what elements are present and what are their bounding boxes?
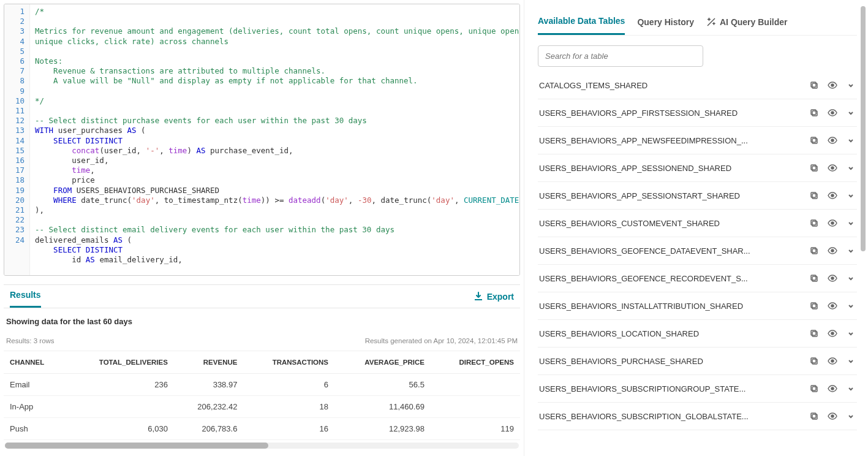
table-body: Email236338.97656.5In-App206,232.421811,… (4, 374, 520, 440)
vertical-scrollbar[interactable] (861, 6, 866, 251)
results-generated-time: Results generated on Apr 10, 2024, 12:01… (365, 337, 518, 344)
eye-icon[interactable] (828, 80, 837, 90)
horizontal-scrollbar[interactable] (5, 443, 519, 449)
eye-icon[interactable] (828, 411, 837, 421)
copy-icon[interactable] (809, 384, 819, 393)
data-table-row[interactable]: USERS_BEHAVIORS_SUBSCRIPTIONGROUP_STATE.… (538, 375, 857, 403)
column-header[interactable]: AVERAGE_PRICE (334, 351, 431, 374)
eye-icon[interactable] (828, 163, 837, 173)
chevron-down-icon[interactable] (846, 135, 856, 145)
chevron-down-icon[interactable] (846, 218, 856, 228)
eye-icon[interactable] (828, 108, 837, 118)
table-cell (431, 374, 520, 396)
svg-rect-27 (812, 332, 817, 336)
copy-icon[interactable] (809, 108, 819, 118)
sql-editor[interactable]: 123456789101112131415161718192021222324 … (4, 4, 520, 276)
column-header[interactable]: DIRECT_OPENS (431, 351, 520, 374)
eye-icon[interactable] (828, 356, 837, 366)
data-table-name: USERS_BEHAVIORS_INSTALLATTRIBUTION_SHARE… (539, 302, 809, 311)
copy-icon[interactable] (809, 191, 819, 200)
copy-icon[interactable] (809, 163, 819, 173)
data-table-row[interactable]: CATALOGS_ITEMS_SHARED (538, 72, 857, 99)
data-table-row[interactable]: USERS_BEHAVIORS_APP_SESSIONSTART_SHARED (538, 182, 857, 210)
tab-ai-label: AI Query Builder (720, 17, 787, 27)
table-cell: 338.97 (174, 374, 244, 396)
copy-icon[interactable] (809, 246, 819, 256)
chevron-down-icon[interactable] (846, 356, 856, 366)
svg-rect-31 (811, 358, 816, 363)
results-row-count: Results: 3 rows (6, 337, 55, 344)
svg-rect-22 (811, 275, 816, 280)
table-cell: 206,783.6 (174, 418, 244, 440)
export-button[interactable]: Export (474, 292, 514, 306)
column-header[interactable]: TRANSACTIONS (243, 351, 334, 374)
data-table-row[interactable]: USERS_BEHAVIORS_APP_NEWSFEEDIMPRESSION_.… (538, 127, 857, 154)
chevron-down-icon[interactable] (846, 246, 856, 256)
chevron-down-icon[interactable] (846, 80, 856, 90)
table-list: CATALOGS_ITEMS_SHAREDUSERS_BEHAVIORS_APP… (538, 72, 857, 430)
chevron-down-icon[interactable] (846, 108, 856, 118)
table-row[interactable]: In-App206,232.421811,460.69 (4, 396, 520, 418)
data-table-row[interactable]: USERS_BEHAVIORS_GEOFENCE_RECORDEVENT_S..… (538, 265, 857, 292)
data-table-row[interactable]: USERS_BEHAVIORS_APP_FIRSTSESSION_SHARED (538, 99, 857, 127)
eye-icon[interactable] (828, 135, 837, 145)
svg-rect-28 (811, 330, 816, 335)
copy-icon[interactable] (809, 329, 819, 338)
eye-icon[interactable] (828, 273, 837, 283)
column-header[interactable]: TOTAL_DELIVERIES (66, 351, 174, 374)
chevron-down-icon[interactable] (846, 191, 856, 200)
left-pane: 123456789101112131415161718192021222324 … (0, 0, 524, 456)
data-table-name: USERS_BEHAVIORS_CUSTOMEVENT_SHARED (539, 219, 809, 228)
copy-icon[interactable] (809, 356, 819, 366)
data-table-actions (809, 384, 856, 393)
search-input[interactable] (538, 45, 703, 67)
horizontal-scrollbar-thumb[interactable] (5, 443, 268, 449)
data-table-actions (809, 301, 856, 311)
table-cell: In-App (4, 396, 66, 418)
eye-icon[interactable] (828, 301, 837, 311)
data-table-actions (809, 356, 856, 366)
column-header[interactable]: REVENUE (174, 351, 244, 374)
eye-icon[interactable] (828, 218, 837, 228)
chevron-down-icon[interactable] (846, 411, 856, 421)
data-table-row[interactable]: USERS_BEHAVIORS_APP_SESSIONEND_SHARED (538, 154, 857, 182)
data-table-row[interactable]: USERS_BEHAVIORS_GEOFENCE_DATAEVENT_SHAR.… (538, 237, 857, 265)
data-table-row[interactable]: USERS_BEHAVIORS_PURCHASE_SHARED (538, 348, 857, 375)
copy-icon[interactable] (809, 80, 819, 90)
results-meta: Results: 3 rows Results generated on Apr… (4, 333, 520, 351)
svg-rect-4 (811, 110, 816, 115)
data-table-actions (809, 246, 856, 256)
chevron-down-icon[interactable] (846, 163, 856, 173)
eye-icon[interactable] (828, 191, 837, 200)
chevron-down-icon[interactable] (846, 301, 856, 311)
tab-query-history[interactable]: Query History (637, 17, 694, 34)
table-row[interactable]: Push6,030206,783.61612,923.98119 (4, 418, 520, 440)
svg-rect-21 (812, 276, 817, 281)
tab-results[interactable]: Results (10, 290, 41, 308)
table-cell: 119 (431, 418, 520, 440)
column-header[interactable]: CHANNEL (4, 351, 66, 374)
copy-icon[interactable] (809, 301, 819, 311)
copy-icon[interactable] (809, 218, 819, 228)
chevron-down-icon[interactable] (846, 329, 856, 338)
svg-point-32 (831, 360, 834, 362)
data-table-row[interactable]: USERS_BEHAVIORS_SUBSCRIPTION_GLOBALSTATE… (538, 403, 857, 430)
chevron-down-icon[interactable] (846, 384, 856, 393)
tab-ai-query-builder[interactable]: AI Query Builder (706, 17, 787, 34)
table-row[interactable]: Email236338.97656.5 (4, 374, 520, 396)
eye-icon[interactable] (828, 384, 837, 393)
copy-icon[interactable] (809, 135, 819, 145)
svg-rect-16 (811, 220, 816, 225)
tab-available-tables[interactable]: Available Data Tables (538, 16, 625, 35)
copy-icon[interactable] (809, 273, 819, 283)
data-table-row[interactable]: USERS_BEHAVIORS_CUSTOMEVENT_SHARED (538, 210, 857, 237)
svg-rect-34 (811, 386, 816, 390)
data-table-row[interactable]: USERS_BEHAVIORS_LOCATION_SHARED (538, 320, 857, 348)
editor-code[interactable]: /* Metrics for revenue amount and engage… (30, 4, 520, 275)
copy-icon[interactable] (809, 411, 819, 421)
results-pane: Results Export Showing data for the last… (4, 284, 520, 452)
data-table-row[interactable]: USERS_BEHAVIORS_INSTALLATTRIBUTION_SHARE… (538, 292, 857, 320)
eye-icon[interactable] (828, 246, 837, 256)
chevron-down-icon[interactable] (846, 273, 856, 283)
eye-icon[interactable] (828, 329, 837, 338)
